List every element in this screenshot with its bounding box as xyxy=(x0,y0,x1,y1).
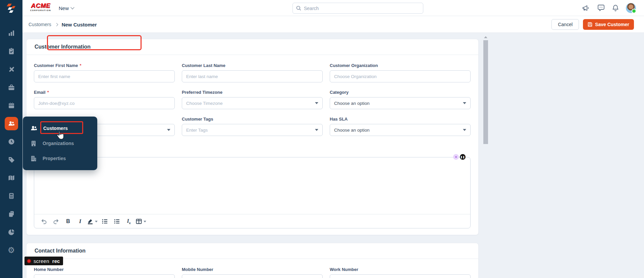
sidebar-item-calculator[interactable] xyxy=(0,187,22,205)
undo-button[interactable] xyxy=(39,216,49,226)
ai-sparkle-badge[interactable]: ✦ xyxy=(453,154,459,160)
customer-tags-select[interactable]: Enter Tags xyxy=(182,124,323,136)
category-select[interactable]: Choose an option xyxy=(330,97,471,109)
company-logo-subtext: CORPORATION xyxy=(29,9,53,11)
email-input[interactable] xyxy=(34,97,175,109)
organization-input[interactable] xyxy=(330,70,471,82)
sidebar-item-documents[interactable] xyxy=(0,205,22,223)
organization-label: Customer Organization xyxy=(330,63,378,68)
flyout-item-customers[interactable]: Customers xyxy=(23,121,97,136)
timezone-select[interactable]: Choose Timezone xyxy=(182,97,323,109)
last-name-input[interactable] xyxy=(182,70,323,82)
save-customer-button[interactable]: Save Customer xyxy=(583,19,634,30)
field-home-number: Home Number xyxy=(34,267,175,278)
required-asterisk: * xyxy=(47,90,49,95)
editor-text-area[interactable] xyxy=(34,157,470,214)
sidebar-item-briefcase[interactable] xyxy=(0,78,22,96)
sidebar-item-time[interactable] xyxy=(0,133,22,151)
topnav-right-icons xyxy=(582,0,636,16)
sidebar-item-maps[interactable] xyxy=(0,169,22,187)
scrollbar-thumb[interactable] xyxy=(483,40,488,144)
sidebar-item-calendar[interactable] xyxy=(0,96,22,115)
redo-button[interactable] xyxy=(51,216,61,226)
insert-table-button[interactable] xyxy=(136,216,146,226)
timezone-label: Preferred Timezone xyxy=(182,90,222,95)
sidebar-item-tools[interactable] xyxy=(0,60,22,78)
field-organization: Customer Organization xyxy=(330,63,471,82)
field-first-name: Customer First Name * xyxy=(34,63,175,82)
record-dot-icon xyxy=(27,259,31,263)
table-icon xyxy=(136,219,142,224)
home-number-input[interactable] xyxy=(34,274,175,278)
contact-information-form: Home Number Mobile Number Work Number xyxy=(26,259,478,278)
customers-active-tile xyxy=(5,117,18,130)
calendar-icon xyxy=(8,102,15,109)
sidebar-nav: ⚙ xyxy=(0,16,22,259)
cancel-button[interactable]: Cancel xyxy=(551,19,579,30)
app-logo[interactable] xyxy=(0,0,22,16)
chevron-right-icon xyxy=(55,23,58,26)
sidebar-item-dashboard[interactable] xyxy=(0,24,22,42)
tag-icon xyxy=(8,156,15,163)
sidebar-item-customers[interactable] xyxy=(0,115,22,133)
dropdown-caret-icon xyxy=(315,102,318,104)
first-name-input[interactable] xyxy=(34,70,175,82)
field-timezone: Preferred Timezone Choose Timezone xyxy=(182,90,323,109)
main-content: Customer Information Customer First Name… xyxy=(22,33,644,278)
category-label: Category xyxy=(330,90,348,95)
flyout-item-organizations[interactable]: Organizations xyxy=(23,136,97,151)
email-label: Email xyxy=(34,90,46,95)
highlight-color-button[interactable] xyxy=(87,216,98,226)
sidebar-item-tags[interactable] xyxy=(0,151,22,169)
chevron-down-icon xyxy=(144,221,146,222)
breadcrumb: Customers New Customer xyxy=(29,16,97,33)
customer-tags-label: Customer Tags xyxy=(182,117,213,122)
chat-bubble-icon xyxy=(597,4,605,12)
numbered-list-button[interactable] xyxy=(112,216,122,226)
sidebar-item-reports[interactable] xyxy=(0,223,22,241)
content-scrollbar[interactable] xyxy=(483,33,488,278)
form-actions: Cancel Save Customer xyxy=(551,19,634,30)
pie-chart-icon xyxy=(8,228,15,236)
organization-building-icon xyxy=(30,140,37,147)
italic-button[interactable]: I xyxy=(75,216,85,226)
notifications-button[interactable] xyxy=(612,4,619,12)
properties-building-icon xyxy=(30,155,37,162)
field-customer-tags: Customer Tags Enter Tags xyxy=(182,117,323,136)
copy-pages-icon xyxy=(8,210,15,218)
flyout-item-properties[interactable]: Properties xyxy=(23,151,97,166)
redo-icon xyxy=(53,219,59,224)
has-sla-select[interactable]: Choose an option xyxy=(330,124,471,136)
search-icon xyxy=(296,6,301,11)
work-number-label: Work Number xyxy=(330,267,358,272)
contact-information-title: Contact Information xyxy=(26,243,478,259)
search-input[interactable] xyxy=(304,6,420,11)
undo-icon xyxy=(41,219,47,224)
last-name-label: Customer Last Name xyxy=(182,63,225,68)
sidebar-item-tickets[interactable] xyxy=(0,42,22,60)
global-search[interactable] xyxy=(292,3,423,14)
dropdown-caret-icon xyxy=(167,129,170,131)
required-asterisk: * xyxy=(79,63,81,68)
new-menu-button[interactable]: New xyxy=(59,0,74,16)
announcements-button[interactable] xyxy=(582,4,590,12)
sidebar-item-settings[interactable]: ⚙ xyxy=(0,241,22,259)
customers-people-icon xyxy=(30,125,38,132)
top-navbar: ACME CORPORATION New xyxy=(22,0,644,16)
mobile-number-input[interactable] xyxy=(182,274,323,278)
field-has-sla: Has SLA Choose an option xyxy=(330,117,471,136)
breadcrumb-customers[interactable]: Customers xyxy=(29,22,51,27)
clear-formatting-button[interactable]: Ix xyxy=(124,216,134,226)
clear-formatting-icon: Ix xyxy=(127,218,130,225)
pause-badge[interactable]: ❚❚ xyxy=(460,154,466,160)
customers-flyout-menu: Customers Organizations xyxy=(23,117,97,170)
work-number-input[interactable] xyxy=(330,274,471,278)
messages-button[interactable] xyxy=(597,4,605,12)
user-avatar[interactable] xyxy=(626,3,636,13)
scrollbar-up-arrow[interactable] xyxy=(484,36,487,38)
clipboard-check-icon xyxy=(8,48,15,55)
field-category: Category Choose an option xyxy=(330,90,471,109)
contact-information-card: Contact Information Home Number Mobile N… xyxy=(26,243,479,278)
bulleted-list-button[interactable] xyxy=(100,216,110,226)
bold-button[interactable]: B xyxy=(63,216,73,226)
